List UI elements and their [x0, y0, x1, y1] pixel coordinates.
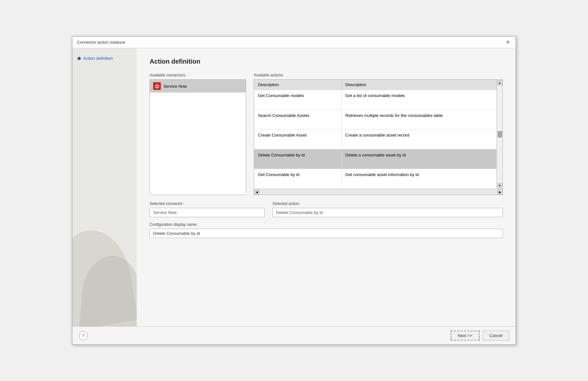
- sidebar-dot-icon: [78, 57, 81, 60]
- table-row[interactable]: Delete Consumable by idDelete a consumab…: [254, 149, 497, 169]
- sidebar-item-action-definition[interactable]: Action definition: [78, 55, 132, 62]
- scroll-down-arrow[interactable]: ▼: [497, 183, 502, 188]
- action-desc-cell: Create a consumable asset record: [341, 129, 496, 149]
- actions-table: Description Description Get Consumable m…: [254, 80, 497, 189]
- selected-connector-col: Selected connector:: [150, 201, 265, 217]
- col1-header: Description: [254, 80, 341, 90]
- scroll-right-arrow[interactable]: ▶: [497, 190, 502, 195]
- sidebar-decoration2: [78, 253, 137, 326]
- action-desc-cell: Delete a consumable asset by id: [341, 149, 496, 169]
- action-name-cell: Search Consumable Assets: [254, 110, 341, 129]
- dialog-title: Connector action instance: [77, 40, 125, 45]
- dialog-container: Connector action instance ✕ Action defin…: [72, 36, 516, 345]
- selected-action-col: Selected action:: [272, 201, 503, 217]
- next-button[interactable]: Next >>: [451, 331, 480, 341]
- action-name-cell: Get Consumable models: [254, 90, 341, 110]
- connectors-panel: Available connectors: ⏻ Service Now: [150, 73, 246, 195]
- action-desc-cell: Get consumable asset information by id: [341, 169, 496, 189]
- col2-header: Description: [341, 80, 496, 90]
- config-display-name-input[interactable]: [150, 229, 503, 238]
- table-row[interactable]: Get Consumable modelsGet a list of consu…: [254, 90, 497, 110]
- scroll-thumb[interactable]: [498, 131, 502, 137]
- table-row[interactable]: Get Consumable by idGet consumable asset…: [254, 169, 497, 189]
- sidebar: Action definition: [72, 48, 137, 326]
- power-icon: ⏻: [153, 82, 161, 90]
- selected-row: Selected connector: Selected action:: [150, 201, 503, 217]
- action-name-cell: Get Consumable by id: [254, 169, 341, 189]
- selected-action-label: Selected action:: [272, 201, 503, 206]
- dialog-body: Action definition Action definition Avai…: [72, 48, 516, 326]
- action-desc-cell: Retrieves multiple records for the consu…: [341, 110, 496, 129]
- config-name-row: Configuration display name:: [150, 222, 503, 238]
- actions-panel: Available actions: Description Descripti…: [254, 73, 503, 195]
- sidebar-item-label: Action definition: [83, 56, 113, 61]
- table-row[interactable]: Create Consumable AssetCreate a consumab…: [254, 129, 497, 149]
- footer-right: Next >> Cancel: [451, 331, 509, 341]
- table-container: Description Description Get Consumable m…: [254, 80, 502, 189]
- footer: ? Next >> Cancel: [72, 326, 516, 344]
- scroll-left-arrow[interactable]: ◀: [254, 190, 259, 195]
- sidebar-decoration: [72, 225, 137, 326]
- config-display-name-label: Configuration display name:: [150, 222, 503, 227]
- selected-action-input[interactable]: [272, 208, 503, 217]
- help-button[interactable]: ?: [79, 331, 88, 340]
- cancel-button[interactable]: Cancel: [483, 331, 509, 341]
- available-actions-label: Available actions:: [254, 73, 503, 77]
- close-button[interactable]: ✕: [504, 39, 511, 45]
- available-connectors-label: Available connectors:: [150, 73, 246, 77]
- h-scroll-track: [259, 189, 497, 195]
- horizontal-scrollbar[interactable]: ◀ ▶: [254, 189, 502, 195]
- connector-item-servicenow[interactable]: ⏻ Service Now: [150, 80, 246, 93]
- connectors-list: ⏻ Service Now: [150, 79, 246, 195]
- action-desc-cell: Get a list of consumable models: [341, 90, 496, 110]
- section-title: Action definition: [150, 58, 503, 65]
- action-name-cell: Create Consumable Asset: [254, 129, 341, 149]
- action-name-cell: Delete Consumable by id: [254, 149, 341, 169]
- connectors-actions-row: Available connectors: ⏻ Service Now Avai…: [150, 73, 503, 195]
- footer-left: ?: [79, 331, 88, 340]
- title-bar: Connector action instance ✕: [72, 37, 516, 48]
- selected-connector-input[interactable]: [150, 208, 265, 217]
- vertical-scrollbar[interactable]: ▲ ▼: [497, 80, 502, 189]
- table-row[interactable]: Search Consumable AssetsRetrieves multip…: [254, 110, 497, 129]
- connector-item-label: Service Now: [163, 84, 187, 89]
- actions-table-wrapper: Description Description Get Consumable m…: [254, 79, 503, 195]
- selected-connector-label: Selected connector:: [150, 201, 265, 206]
- main-content: Action definition Available connectors: …: [137, 48, 516, 326]
- scroll-up-arrow[interactable]: ▲: [497, 80, 502, 85]
